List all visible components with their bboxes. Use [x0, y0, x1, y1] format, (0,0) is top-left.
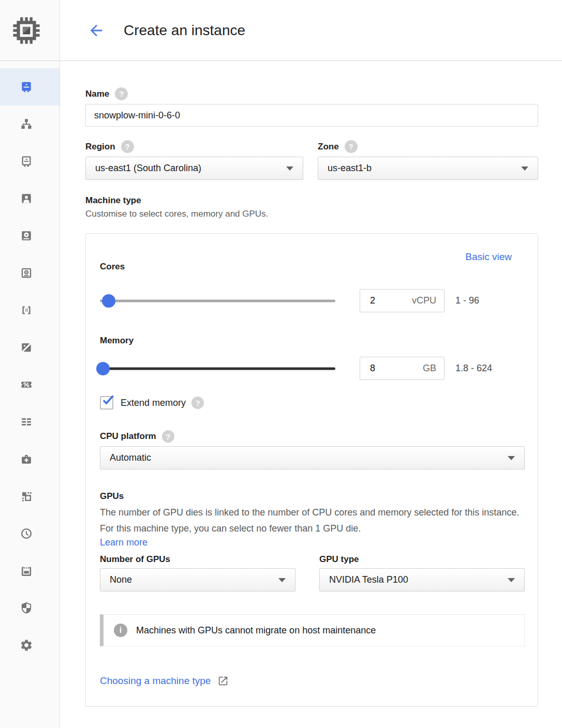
name-input[interactable] — [85, 104, 538, 127]
choosing-machine-type-link[interactable]: Choosing a machine type — [100, 675, 211, 687]
sole-tenant-nodes-icon — [20, 192, 33, 205]
info-icon: i — [114, 624, 127, 637]
cpu-platform-value: Automatic — [110, 452, 151, 463]
region-label: Region — [85, 142, 115, 152]
sidebar — [0, 0, 60, 728]
machine-type-subtitle: Customise to select cores, memory and GP… — [85, 209, 538, 219]
cpu-platform-label: CPU platform — [100, 431, 156, 442]
region-select[interactable]: us-east1 (South Carolina) — [85, 157, 303, 180]
region-value: us-east1 (South Carolina) — [95, 163, 201, 174]
sidebar-item-tpus[interactable] — [0, 329, 60, 366]
logo-area — [0, 0, 60, 61]
page-title: Create an instance — [124, 22, 245, 39]
cores-slider-track[interactable] — [100, 299, 335, 302]
gpu-type-value: NVIDIA Tesla P100 — [329, 574, 408, 585]
number-of-gpus-label: Number of GPUs — [100, 554, 170, 565]
chevron-down-icon — [508, 456, 515, 460]
name-label: Name — [85, 89, 109, 99]
sidebar-item-sole-tenant-nodes[interactable] — [0, 180, 60, 217]
name-help-icon[interactable]: ? — [115, 87, 128, 100]
main-area: Create an instance Name ? Region ? us-ea… — [60, 0, 562, 728]
checkmark-icon — [101, 393, 115, 407]
memory-value-box[interactable]: 8 GB — [360, 357, 445, 380]
cores-slider-thumb[interactable] — [102, 294, 115, 308]
basic-view-link[interactable]: Basic view — [465, 251, 512, 263]
vm-instances-icon — [20, 80, 33, 94]
arrow-back-icon — [87, 22, 105, 39]
sidebar-item-vm-instances[interactable] — [0, 68, 60, 105]
snapshots-icon — [20, 266, 33, 280]
memory-unit: GB — [423, 363, 436, 374]
back-button[interactable] — [87, 22, 105, 39]
sidebar-item-snapshots[interactable] — [0, 254, 60, 292]
sidebar-item-reservations[interactable] — [0, 552, 60, 589]
sidebar-item-instance-templates[interactable] — [0, 143, 60, 180]
memory-slider[interactable] — [100, 356, 335, 381]
region-help-icon[interactable]: ? — [121, 140, 134, 153]
memory-label: Memory — [100, 336, 525, 346]
committed-use-discounts-icon — [20, 378, 33, 391]
memory-value: 8 — [370, 363, 375, 374]
metadata-icon — [20, 415, 33, 429]
sidebar-item-security-scans[interactable] — [0, 589, 60, 627]
chevron-down-icon — [286, 166, 293, 171]
operations-icon — [20, 527, 33, 540]
sidebar-item-disks[interactable] — [0, 217, 60, 254]
sidebar-item-instance-groups[interactable] — [0, 105, 60, 143]
sidebar-item-settings[interactable] — [0, 627, 60, 664]
extend-memory-checkbox[interactable] — [100, 396, 113, 410]
memory-range: 1.8 - 624 — [455, 363, 492, 374]
sidebar-item-health-checks[interactable] — [0, 441, 60, 478]
cpu-platform-help-icon[interactable]: ? — [162, 430, 174, 443]
instance-groups-icon — [20, 117, 33, 131]
security-scans-icon — [20, 601, 33, 615]
health-checks-icon — [20, 452, 33, 466]
disks-icon — [20, 229, 33, 242]
zone-select[interactable]: us-east1-b — [318, 157, 538, 180]
extend-memory-label: Extend memory — [121, 398, 186, 408]
memory-slider-track[interactable] — [100, 367, 335, 370]
gpu-type-label: GPU type — [319, 554, 359, 565]
sidebar-item-operations[interactable] — [0, 515, 60, 552]
zone-help-icon[interactable]: ? — [345, 140, 358, 153]
cores-range: 1 - 96 — [455, 295, 479, 306]
learn-more-link[interactable]: Learn more — [100, 537, 147, 548]
sidebar-item-zones[interactable] — [0, 478, 60, 515]
cores-value-box[interactable]: 2 vCPU — [360, 289, 445, 312]
number-of-gpus-select[interactable]: None — [100, 568, 295, 592]
sidebar-item-metadata[interactable] — [0, 403, 60, 441]
form-content: Name ? Region ? us-east1 (South Carolina… — [60, 61, 562, 707]
gpu-type-select[interactable]: NVIDIA Tesla P100 — [319, 568, 525, 592]
zone-label: Zone — [318, 142, 339, 152]
chevron-down-icon — [508, 578, 515, 582]
cores-slider[interactable] — [100, 289, 335, 313]
cpu-platform-select[interactable]: Automatic — [100, 446, 525, 469]
cores-unit: vCPU — [412, 295, 436, 306]
page-header: Create an instance — [60, 0, 562, 61]
compute-engine-logo-icon — [11, 16, 41, 46]
gpus-description: The number of GPU dies is linked to the … — [100, 505, 525, 537]
gpu-migration-notice: i Machines with GPUs cannot migrate on h… — [100, 614, 525, 646]
images-icon — [20, 304, 33, 317]
chevron-down-icon — [521, 166, 528, 171]
reservations-icon — [20, 564, 33, 578]
machine-type-panel: Basic view Cores 2 vCPU 1 - 96 Memory — [85, 233, 538, 707]
sidebar-nav — [0, 61, 60, 664]
cores-label: Cores — [100, 262, 525, 272]
number-of-gpus-value: None — [110, 574, 132, 585]
sidebar-item-images[interactable] — [0, 292, 60, 329]
external-link-icon[interactable] — [217, 675, 229, 687]
tpus-icon — [20, 341, 33, 354]
sidebar-item-committed-use-discounts[interactable] — [0, 366, 60, 403]
zone-value: us-east1-b — [328, 163, 372, 174]
cores-value: 2 — [370, 295, 375, 306]
instance-templates-icon — [20, 155, 33, 168]
memory-slider-thumb[interactable] — [96, 362, 110, 375]
zones-icon — [20, 490, 33, 503]
gpu-migration-notice-text: Machines with GPUs cannot migrate on hos… — [136, 625, 376, 636]
machine-type-title: Machine type — [85, 195, 538, 206]
chevron-down-icon — [278, 578, 286, 582]
extend-memory-help-icon[interactable]: ? — [191, 397, 204, 409]
create-instance-page: Create an instance Name ? Region ? us-ea… — [0, 0, 562, 728]
settings-icon — [20, 639, 33, 652]
